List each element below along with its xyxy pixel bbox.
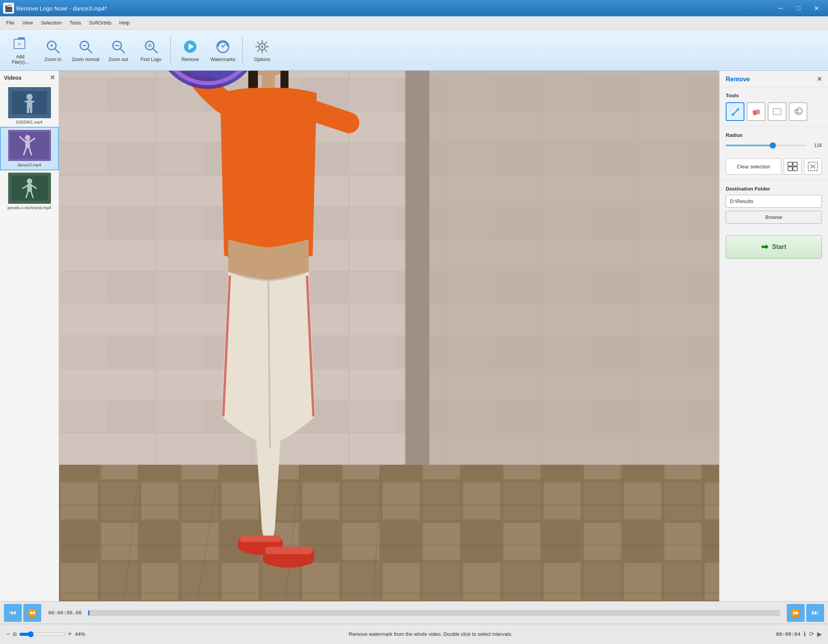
video-thumb-3 (8, 173, 51, 204)
deselect-button[interactable] (804, 158, 822, 175)
video-area[interactable]: G (59, 71, 719, 601)
menu-tools[interactable]: Tools (65, 18, 85, 27)
right-panel: Remove ✕ Tools (719, 71, 828, 601)
sidebar-close-button[interactable]: ✕ (50, 74, 55, 81)
sidebar-title: Videos (4, 75, 22, 81)
options-button[interactable]: Options (247, 33, 278, 67)
right-panel-close-button[interactable]: ✕ (817, 75, 822, 83)
status-share-icon[interactable]: ⟳ (809, 630, 814, 638)
status-time-display: 00:00:04 (776, 631, 800, 637)
svg-point-40 (25, 135, 30, 140)
zoom-in-button[interactable]: Zoom in (37, 33, 68, 67)
destination-folder-section: Destination Folder Browse (719, 180, 828, 229)
find-logo-label: Find Logo (140, 57, 161, 62)
destination-folder-input[interactable] (726, 195, 822, 208)
video-item-2[interactable]: dance3.mp4 (0, 127, 59, 170)
video-item-1[interactable]: 6265961.mp4 (0, 85, 59, 127)
svg-rect-100 (773, 108, 781, 115)
timeline-prev-button[interactable]: ⏪ (23, 604, 41, 622)
svg-text:-: - (116, 42, 118, 49)
svg-rect-37 (30, 108, 32, 113)
title-left: 🎬 Remove Logo Now! - dance3.mp4* (3, 3, 107, 14)
zoom-normal-icon (77, 38, 94, 55)
svg-point-97 (732, 114, 734, 116)
zoom-value-display: 44% (75, 631, 85, 637)
zoom-out-status-button[interactable]: − (6, 630, 11, 638)
svg-rect-35 (31, 101, 35, 102)
radius-label: Radius (726, 132, 822, 138)
svg-line-26 (257, 42, 259, 44)
svg-rect-102 (793, 162, 797, 166)
title-bar: 🎬 Remove Logo Now! - dance3.mp4* ─ □ ✕ (0, 0, 828, 16)
radius-fill (726, 145, 773, 146)
timeline-end-controls: ⏩ ⏭ (783, 604, 828, 622)
selection-row: Clear selection (726, 158, 822, 175)
brush-tool-button[interactable] (726, 102, 744, 121)
menu-bar: File View Selection Tools SoftOrbits Hel… (0, 16, 828, 30)
remove-button[interactable]: Remove (175, 33, 206, 67)
maximize-button[interactable]: □ (790, 2, 807, 15)
right-panel-header: Remove ✕ (719, 71, 828, 87)
zoom-out-button[interactable]: - Zoom out (103, 33, 134, 67)
toolbar: + Add File(s)... Zoom in Zoom normal (0, 30, 828, 71)
status-right: 00:00:04 ℹ ⟳ ▶ (776, 630, 822, 638)
svg-line-27 (265, 49, 267, 51)
svg-point-48 (27, 178, 32, 184)
status-info-icon: ℹ (803, 630, 806, 638)
menu-view[interactable]: View (18, 18, 37, 27)
zoom-normal-button[interactable]: Zoom normal (70, 33, 101, 67)
timeline-start-button[interactable]: ⏮ (4, 604, 22, 622)
find-logo-button[interactable]: Find Logo (135, 33, 166, 67)
minimize-button[interactable]: ─ (772, 2, 789, 15)
destination-folder-label: Destination Folder (726, 186, 822, 192)
timeline-time-display: 00:00:00.00 (45, 610, 85, 616)
zoom-fit-icon: ⊡ (13, 632, 17, 637)
timeline-track[interactable] (88, 610, 780, 616)
start-arrow-icon: ➡ (761, 242, 768, 252)
menu-softorbits[interactable]: SoftOrbits (85, 18, 116, 27)
watermarks-button[interactable]: Watermarks (207, 33, 238, 67)
timeline-end-button[interactable]: ⏭ (806, 604, 824, 622)
zoom-out-icon: - (110, 38, 127, 55)
remove-label: Remove (182, 57, 199, 62)
svg-line-28 (265, 42, 267, 44)
radius-thumb[interactable] (770, 142, 776, 149)
svg-rect-64 (421, 71, 719, 513)
tools-label: Tools (726, 93, 822, 98)
timeline-controls: ⏮ ⏪ (0, 604, 45, 622)
menu-selection[interactable]: Selection (37, 18, 65, 27)
radius-row: 118 (726, 142, 822, 149)
video-name-2: dance3.mp4 (18, 163, 41, 167)
svg-point-15 (148, 44, 152, 47)
svg-point-21 (261, 46, 263, 48)
clear-selection-button[interactable]: Clear selection (726, 158, 781, 175)
video-item-3[interactable]: pexels-c-technical.mp4 (0, 170, 59, 212)
browse-button[interactable]: Browse (726, 211, 822, 224)
close-button[interactable]: ✕ (808, 2, 825, 15)
video-thumb-2 (8, 130, 51, 161)
zoom-slider[interactable] (19, 631, 66, 637)
timeline-next-button[interactable]: ⏩ (787, 604, 805, 622)
menu-file[interactable]: File (2, 18, 18, 27)
rect-tool-button[interactable] (768, 102, 786, 121)
lasso-tool-button[interactable] (789, 102, 807, 121)
menu-help[interactable]: Help (116, 18, 134, 27)
svg-rect-2 (18, 37, 25, 39)
radius-slider[interactable] (726, 142, 805, 149)
add-files-button[interactable]: + Add File(s)... (5, 33, 36, 67)
status-play-icon[interactable]: ▶ (817, 630, 822, 638)
watermarks-label: Watermarks (210, 57, 235, 62)
svg-line-6 (55, 49, 59, 53)
svg-rect-104 (793, 167, 797, 171)
video-name-1: 6265961.mp4 (16, 120, 42, 124)
select-all-button[interactable] (784, 158, 802, 175)
svg-rect-65 (405, 71, 429, 513)
zoom-in-status-button[interactable]: + (68, 630, 72, 638)
status-left: − ⊡ + 44% (6, 630, 85, 638)
start-button[interactable]: ➡ Start (726, 235, 822, 259)
sidebar-header: Videos ✕ (0, 71, 59, 85)
add-files-icon: + (12, 35, 29, 52)
svg-rect-34 (25, 101, 28, 102)
eraser-tool-button[interactable] (747, 102, 765, 121)
app-icon: 🎬 (3, 3, 14, 14)
